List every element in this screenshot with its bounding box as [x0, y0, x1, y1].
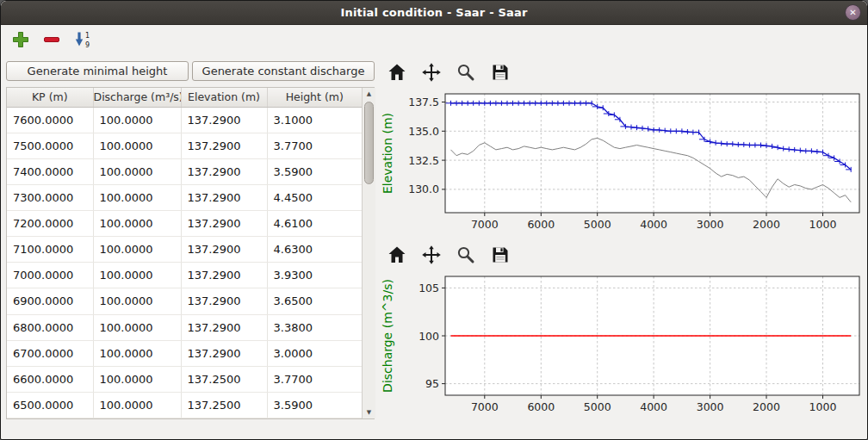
table-cell[interactable]: 3.7700	[267, 366, 362, 392]
table-cell[interactable]: 3.6500	[267, 288, 362, 314]
table-row[interactable]: 7500.0000100.0000137.29003.7700	[7, 133, 362, 158]
save-icon[interactable]	[490, 245, 511, 265]
scrollbar-thumb[interactable]	[364, 102, 374, 184]
table-header-row: KP (m)Discharge (m³/s)Elevation (m)Heigh…	[7, 88, 362, 107]
svg-text:3000: 3000	[697, 218, 724, 231]
table-cell[interactable]: 100.0000	[93, 184, 181, 210]
svg-text:Elevation (m): Elevation (m)	[381, 113, 394, 194]
close-icon: ✕	[849, 8, 856, 17]
titlebar[interactable]: Initial condition - Saar - Saar ✕	[1, 1, 867, 25]
add-row-icon[interactable]	[11, 30, 30, 49]
table-cell[interactable]: 100.0000	[93, 314, 181, 340]
table-cell[interactable]: 137.2900	[181, 340, 267, 366]
table-row[interactable]: 7000.0000100.0000137.29003.9300	[7, 263, 362, 288]
table-cell[interactable]: 3.1000	[267, 107, 362, 133]
table-cell[interactable]: 3.0000	[267, 340, 362, 366]
table-cell[interactable]: 137.2500	[181, 366, 267, 392]
window-title: Initial condition - Saar - Saar	[340, 6, 527, 19]
table-cell[interactable]: 137.2900	[181, 133, 267, 158]
table-cell[interactable]: 137.2900	[181, 237, 267, 263]
table-cell[interactable]: 137.2900	[181, 184, 267, 210]
generate-buttons-row: Generate minimal height Generate constan…	[6, 61, 375, 81]
discharge-plot[interactable]: 700060005000400030002000100095100105Disc…	[378, 270, 865, 418]
table-cell[interactable]: 137.2900	[181, 107, 267, 133]
table-cell[interactable]: 137.2900	[181, 288, 267, 314]
zoom-icon[interactable]	[456, 245, 476, 265]
table-row[interactable]: 6900.0000100.0000137.29003.6500	[7, 288, 362, 314]
table-cell[interactable]: 3.9300	[267, 263, 362, 288]
table-cell[interactable]: 3.5900	[267, 158, 362, 184]
table-cell[interactable]: 6900.0000	[7, 288, 93, 314]
scroll-up-arrow-icon[interactable]: ▲	[363, 88, 375, 100]
table-cell[interactable]: 7500.0000	[7, 133, 93, 158]
table-cell[interactable]: 6500.0000	[7, 392, 93, 418]
table-cell[interactable]: 7200.0000	[7, 211, 93, 237]
table-cell[interactable]: 100.0000	[93, 340, 181, 366]
sort-rows-icon[interactable]: 1 9	[73, 30, 92, 49]
generate-constant-discharge-button[interactable]: Generate constant discharge	[192, 61, 375, 81]
table-cell[interactable]: 100.0000	[93, 263, 181, 288]
column-header[interactable]: Height (m)	[267, 88, 362, 107]
table-row[interactable]: 6600.0000100.0000137.25003.7700	[7, 366, 362, 392]
table-cell[interactable]: 7000.0000	[7, 263, 93, 288]
remove-row-icon[interactable]	[42, 30, 61, 49]
scroll-down-arrow-icon[interactable]: ▼	[363, 406, 375, 418]
table-cell[interactable]: 4.6100	[267, 211, 362, 237]
table-cell[interactable]: 6700.0000	[7, 340, 93, 366]
svg-text:1000: 1000	[809, 218, 837, 231]
initial-condition-window: Initial condition - Saar - Saar ✕ 1 9 Ge…	[0, 0, 868, 440]
elevation-plot-toolbar	[378, 58, 867, 87]
table-cell[interactable]: 100.0000	[93, 237, 181, 263]
save-icon[interactable]	[490, 62, 511, 83]
table-cell[interactable]: 3.5900	[267, 392, 362, 418]
table-cell[interactable]: 100.0000	[93, 133, 181, 158]
svg-text:132.5: 132.5	[408, 154, 439, 167]
table-cell[interactable]: 137.2900	[181, 211, 267, 237]
table-cell[interactable]: 100.0000	[93, 366, 181, 392]
table-scrollbar[interactable]: ▲ ▼	[362, 88, 375, 418]
right-panel: 7000600050004000300020001000130.0132.513…	[376, 54, 867, 439]
table-cell[interactable]: 100.0000	[93, 158, 181, 184]
table-cell[interactable]: 7300.0000	[7, 184, 93, 210]
table-row[interactable]: 6700.0000100.0000137.29003.0000	[7, 340, 362, 366]
table-cell[interactable]: 4.6300	[267, 237, 362, 263]
table-cell[interactable]: 7600.0000	[7, 107, 93, 133]
svg-text:6000: 6000	[527, 218, 555, 231]
column-header[interactable]: Elevation (m)	[181, 88, 267, 107]
home-icon[interactable]	[387, 62, 407, 83]
pan-icon[interactable]	[421, 245, 442, 265]
table-row[interactable]: 7400.0000100.0000137.29003.5900	[7, 158, 362, 184]
table-cell[interactable]: 137.2900	[181, 158, 267, 184]
table-row[interactable]: 7200.0000100.0000137.29004.6100	[7, 211, 362, 237]
table-cell[interactable]: 6600.0000	[7, 366, 93, 392]
table-cell[interactable]: 137.2900	[181, 263, 267, 288]
home-icon[interactable]	[387, 245, 407, 265]
elevation-plot[interactable]: 7000600050004000300020001000130.0132.513…	[378, 87, 865, 235]
table-row[interactable]: 6800.0000100.0000137.29003.3800	[7, 314, 362, 340]
table-cell[interactable]: 137.2500	[181, 392, 267, 418]
table-cell[interactable]: 7100.0000	[7, 237, 93, 263]
zoom-icon[interactable]	[456, 62, 476, 83]
table-cell[interactable]: 100.0000	[93, 211, 181, 237]
table-cell[interactable]: 137.2900	[181, 314, 267, 340]
pan-icon[interactable]	[421, 62, 442, 83]
table-cell[interactable]: 4.4500	[267, 184, 362, 210]
table-cell[interactable]: 100.0000	[93, 392, 181, 418]
table-cell[interactable]: 100.0000	[93, 107, 181, 133]
generate-minimal-height-button[interactable]: Generate minimal height	[6, 61, 189, 81]
table-row[interactable]: 6500.0000100.0000137.25003.5900	[7, 392, 362, 418]
table-cell[interactable]: 100.0000	[93, 288, 181, 314]
table-row[interactable]: 7300.0000100.0000137.29004.4500	[7, 184, 362, 210]
table-cell[interactable]: 3.3800	[267, 314, 362, 340]
table-cell[interactable]: 6800.0000	[7, 314, 93, 340]
content-area: Generate minimal height Generate constan…	[1, 54, 867, 439]
column-header[interactable]: Discharge (m³/s)	[93, 88, 181, 107]
table-row[interactable]: 7600.0000100.0000137.29003.1000	[7, 107, 362, 133]
table-row[interactable]: 7100.0000100.0000137.29004.6300	[7, 237, 362, 263]
svg-text:130.0: 130.0	[408, 183, 439, 195]
table-cell[interactable]: 7400.0000	[7, 158, 93, 184]
close-button[interactable]: ✕	[845, 4, 861, 21]
svg-text:Discharge (m^3/s): Discharge (m^3/s)	[381, 279, 394, 393]
column-header[interactable]: KP (m)	[7, 88, 93, 107]
table-cell[interactable]: 3.7700	[267, 133, 362, 158]
